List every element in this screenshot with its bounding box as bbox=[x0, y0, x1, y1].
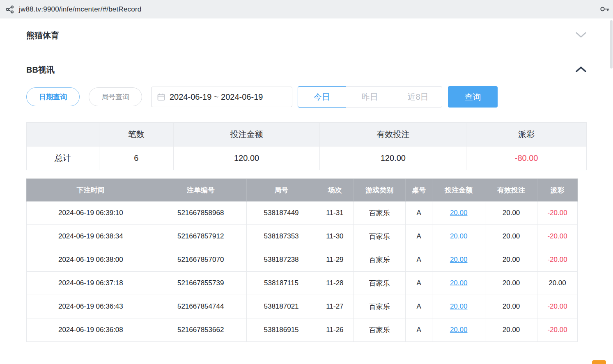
cell-bet-amount: 20.00 bbox=[432, 272, 485, 295]
cell-bet-time: 2024-06-19 06:37:18 bbox=[27, 272, 155, 295]
header-round-no: 局号 bbox=[246, 179, 316, 201]
yesterday-button[interactable]: 昨日 bbox=[346, 86, 394, 108]
summary-total-bet: 120.00 bbox=[173, 147, 320, 170]
bet-amount-link[interactable]: 20.00 bbox=[450, 302, 468, 310]
cell-game-type: 百家乐 bbox=[354, 225, 406, 248]
payout-value: -20.00 bbox=[547, 302, 567, 310]
cell-table-no: A bbox=[406, 295, 432, 318]
cell-payout: -20.00 bbox=[537, 248, 578, 272]
cell-order-no: 521667853662 bbox=[155, 318, 246, 342]
cell-session: 11-27 bbox=[316, 295, 354, 318]
payout-value: -20.00 bbox=[547, 232, 567, 240]
scrollbar[interactable] bbox=[610, 20, 613, 69]
chevron-down-icon[interactable] bbox=[575, 32, 587, 40]
cell-round-no: 538187238 bbox=[246, 248, 316, 272]
table-row: 2024-06-19 06:36:43 521667854744 5381870… bbox=[27, 295, 578, 318]
quick-range-group: 今日 昨日 近8日 bbox=[298, 86, 442, 108]
table-row: 2024-06-19 06:38:34 521667857912 5381873… bbox=[27, 225, 578, 248]
header-bet-amount: 投注金额 bbox=[432, 179, 485, 201]
browser-share-icon[interactable] bbox=[6, 5, 14, 14]
cell-valid-bet: 20.00 bbox=[485, 248, 537, 272]
cell-order-no: 521667857912 bbox=[155, 225, 246, 248]
payout-value: -20.00 bbox=[547, 326, 567, 334]
cell-bet-time: 2024-06-19 06:36:43 bbox=[27, 295, 155, 318]
section-panda-sports-header[interactable]: 熊猫体育 bbox=[26, 18, 587, 52]
table-row: 2024-06-19 06:36:08 521667853662 5381869… bbox=[27, 318, 578, 342]
summary-header-row: 笔数 投注金额 有效投注 派彩 bbox=[27, 123, 587, 147]
cell-valid-bet: 20.00 bbox=[485, 318, 537, 342]
cell-payout: -20.00 bbox=[537, 225, 578, 248]
address-url[interactable]: jw88.tv:9900/infe/mcenter/#/betRecord bbox=[19, 5, 141, 14]
key-icon[interactable] bbox=[600, 5, 610, 15]
bet-amount-link[interactable]: 20.00 bbox=[450, 256, 468, 263]
cell-order-no: 521667858968 bbox=[155, 201, 246, 225]
search-button[interactable]: 查询 bbox=[448, 86, 498, 108]
cell-round-no: 538187449 bbox=[246, 201, 316, 225]
bet-amount-link[interactable]: 20.00 bbox=[450, 279, 468, 287]
cell-round-no: 538187021 bbox=[246, 295, 316, 318]
cell-bet-amount: 20.00 bbox=[432, 201, 485, 225]
bet-amount-link[interactable]: 20.00 bbox=[450, 209, 468, 217]
cell-bet-time: 2024-06-19 06:38:00 bbox=[27, 248, 155, 272]
chevron-up-icon[interactable] bbox=[575, 66, 587, 74]
cell-bet-amount: 20.00 bbox=[432, 225, 485, 248]
payout-value: 20.00 bbox=[549, 279, 566, 287]
cell-bet-amount: 20.00 bbox=[432, 295, 485, 318]
cell-round-no: 538187115 bbox=[246, 272, 316, 295]
summary-total-row: 总计 6 120.00 120.00 -80.00 bbox=[27, 147, 587, 170]
today-button[interactable]: 今日 bbox=[298, 86, 346, 108]
cell-table-no: A bbox=[406, 318, 432, 342]
calendar-icon bbox=[157, 93, 165, 101]
cell-bet-time: 2024-06-19 06:38:34 bbox=[27, 225, 155, 248]
filter-toolbar: 日期查询 局号查询 2024-06-19 ~ 2024-06-19 今日 昨日 … bbox=[26, 86, 587, 108]
header-payout: 派彩 bbox=[537, 179, 578, 201]
section-panda-sports-title: 熊猫体育 bbox=[26, 30, 59, 41]
browser-address-bar[interactable]: jw88.tv:9900/infe/mcenter/#/betRecord bbox=[0, 0, 613, 18]
round-query-button[interactable]: 局号查询 bbox=[89, 87, 142, 106]
cell-round-no: 538187353 bbox=[246, 225, 316, 248]
bet-amount-link[interactable]: 20.00 bbox=[450, 232, 468, 240]
cell-bet-time: 2024-06-19 06:39:10 bbox=[27, 201, 155, 225]
cell-table-no: A bbox=[406, 248, 432, 272]
date-query-button[interactable]: 日期查询 bbox=[26, 87, 80, 106]
cell-payout: -20.00 bbox=[537, 201, 578, 225]
header-session: 场次 bbox=[316, 179, 354, 201]
summary-header-valid-bet: 有效投注 bbox=[320, 123, 466, 147]
cell-round-no: 538186915 bbox=[246, 318, 316, 342]
table-header-row: 下注时间 注单编号 局号 场次 游戏类别 桌号 投注金额 有效投注 派彩 bbox=[27, 179, 578, 201]
cell-session: 11-28 bbox=[316, 272, 354, 295]
cell-bet-amount: 20.00 bbox=[432, 248, 485, 272]
cell-order-no: 521667855739 bbox=[155, 272, 246, 295]
cell-table-no: A bbox=[406, 201, 432, 225]
cell-session: 11-29 bbox=[316, 248, 354, 272]
section-bb-video-header[interactable]: BB视讯 bbox=[26, 52, 587, 85]
cell-bet-time: 2024-06-19 06:36:08 bbox=[27, 318, 155, 342]
summary-header-count: 笔数 bbox=[99, 123, 173, 147]
cell-session: 11-30 bbox=[316, 225, 354, 248]
summary-total-payout: -80.00 bbox=[466, 147, 587, 170]
summary-total-valid: 120.00 bbox=[320, 147, 466, 170]
cell-payout: -20.00 bbox=[537, 318, 578, 342]
cell-game-type: 百家乐 bbox=[354, 272, 406, 295]
bet-record-page: 熊猫体育 BB视讯 日期查询 局号查询 bbox=[0, 18, 613, 342]
cell-table-no: A bbox=[406, 272, 432, 295]
header-order-no: 注单编号 bbox=[155, 179, 246, 201]
cell-bet-amount: 20.00 bbox=[432, 318, 485, 342]
cell-payout: -20.00 bbox=[537, 295, 578, 318]
cell-session: 11-26 bbox=[316, 318, 354, 342]
bet-amount-link[interactable]: 20.00 bbox=[450, 326, 468, 334]
cell-table-no: A bbox=[406, 225, 432, 248]
cell-payout: 20.00 bbox=[537, 272, 578, 295]
table-row: 2024-06-19 06:39:10 521667858968 5381874… bbox=[27, 201, 578, 225]
cell-order-no: 521667854744 bbox=[155, 295, 246, 318]
last-8-days-button[interactable]: 近8日 bbox=[394, 86, 442, 108]
date-range-value: 2024-06-19 ~ 2024-06-19 bbox=[170, 92, 263, 102]
summary-total-label: 总计 bbox=[27, 147, 99, 170]
cell-game-type: 百家乐 bbox=[354, 201, 406, 225]
floating-button-partial[interactable] bbox=[592, 360, 606, 364]
table-row: 2024-06-19 06:37:18 521667855739 5381871… bbox=[27, 272, 578, 295]
date-range-input[interactable]: 2024-06-19 ~ 2024-06-19 bbox=[151, 87, 292, 107]
cell-valid-bet: 20.00 bbox=[485, 201, 537, 225]
table-row: 2024-06-19 06:38:00 521667857070 5381872… bbox=[27, 248, 578, 272]
header-game-type: 游戏类别 bbox=[354, 179, 406, 201]
